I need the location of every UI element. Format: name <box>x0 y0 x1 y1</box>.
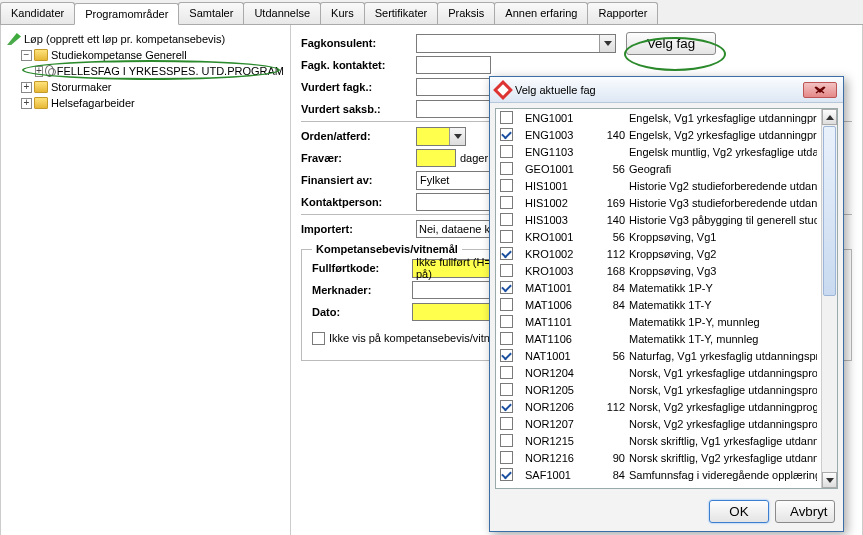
tab-praksis[interactable]: Praksis <box>437 2 495 24</box>
fag-hours: 112 <box>595 401 625 413</box>
tree-expander[interactable]: − <box>21 50 32 61</box>
tree-item[interactable]: +Storurmaker <box>7 79 284 95</box>
fag-row[interactable]: NOR121690Norsk skriftlig, Vg2 yrkesfagli… <box>496 449 821 466</box>
vurdert-fagk-input[interactable] <box>416 78 491 96</box>
tab-programområder[interactable]: Programområder <box>74 3 179 25</box>
chevron-down-icon[interactable] <box>599 35 615 52</box>
scroll-down-button[interactable] <box>822 472 837 488</box>
fag-checkbox[interactable] <box>500 247 513 260</box>
tree-item[interactable]: +FELLESFAG I YRKESSPES. UTD.PROGRAM <box>7 63 284 79</box>
fag-hours: 140 <box>595 214 625 226</box>
tree-item[interactable]: −Studiekompetanse Generell <box>7 47 284 63</box>
fag-name: Samfunnsfag i videregående opplæring <box>629 469 817 481</box>
fag-name: Norsk, Vg2 yrkesfaglige utdanningprogram <box>629 401 817 413</box>
fag-checkbox[interactable] <box>500 179 513 192</box>
fag-code: MAT1101 <box>525 316 595 328</box>
fag-checkbox[interactable] <box>500 434 513 447</box>
fag-row[interactable]: NOR1204Norsk, Vg1 yrkesfaglige utdanning… <box>496 364 821 381</box>
fag-checkbox[interactable] <box>500 264 513 277</box>
fag-checkbox[interactable] <box>500 451 513 464</box>
tree-item[interactable]: +Helsefagarbeider <box>7 95 284 111</box>
tab-kurs[interactable]: Kurs <box>320 2 365 24</box>
fag-checkbox[interactable] <box>500 349 513 362</box>
fag-row[interactable]: NOR1215Norsk skriftlig, Vg1 yrkesfaglige… <box>496 432 821 449</box>
fag-row[interactable]: HIS1001Historie Vg2 studieforberedende u… <box>496 177 821 194</box>
label-orden-atferd: Orden/atferd: <box>301 130 416 142</box>
fag-row[interactable]: ENG1003140Engelsk, Vg2 yrkesfaglige utda… <box>496 126 821 143</box>
orden-atferd-combo[interactable] <box>416 127 466 146</box>
fag-hours: 56 <box>595 350 625 362</box>
tab-bar: KandidaterProgramområderSamtalerUtdannel… <box>0 0 863 25</box>
fag-code: NOR1216 <box>525 452 595 464</box>
dialog-titlebar[interactable]: Velg aktuelle fag <box>490 77 843 103</box>
tab-samtaler[interactable]: Samtaler <box>178 2 244 24</box>
fag-checkbox[interactable] <box>500 111 513 124</box>
fagk-kontaktet-input[interactable] <box>416 56 491 74</box>
fag-list[interactable]: ENG1001Engelsk, Vg1 yrkesfaglige utdanni… <box>496 109 821 488</box>
fag-row[interactable]: MAT1101Matematikk 1P-Y, munnleg <box>496 313 821 330</box>
fag-row[interactable]: NOR1206112Norsk, Vg2 yrkesfaglige utdann… <box>496 398 821 415</box>
fag-checkbox[interactable] <box>500 315 513 328</box>
fag-checkbox[interactable] <box>500 366 513 379</box>
scroll-up-button[interactable] <box>822 109 837 125</box>
fag-checkbox[interactable] <box>500 162 513 175</box>
fag-row[interactable]: KRO1003168Kroppsøving, Vg3 <box>496 262 821 279</box>
fag-checkbox[interactable] <box>500 196 513 209</box>
tab-sertifikater[interactable]: Sertifikater <box>364 2 439 24</box>
ikke-vis-checkbox[interactable] <box>312 332 325 345</box>
vertical-scrollbar[interactable] <box>821 109 837 488</box>
scroll-thumb[interactable] <box>823 126 836 296</box>
label-fagk-kontaktet: Fagk. kontaktet: <box>301 59 416 71</box>
tab-kandidater[interactable]: Kandidater <box>0 2 75 24</box>
fag-checkbox[interactable] <box>500 298 513 311</box>
tab-annen erfaring[interactable]: Annen erfaring <box>494 2 588 24</box>
ok-button[interactable]: OK <box>709 500 769 523</box>
velg-fag-dialog: Velg aktuelle fag ENG1001Engelsk, Vg1 yr… <box>489 76 844 532</box>
tab-utdannelse[interactable]: Utdannelse <box>243 2 321 24</box>
tree-root[interactable]: Løp (opprett ett løp pr. kompetansebevis… <box>7 31 284 47</box>
fag-row[interactable]: KRO1002112Kroppsøving, Vg2 <box>496 245 821 262</box>
close-button[interactable] <box>803 82 837 98</box>
dato-input[interactable] <box>412 303 492 321</box>
fag-row[interactable]: HIS1002169Historie Vg3 studieforberedend… <box>496 194 821 211</box>
fag-row[interactable]: HIS1003140Historie Vg3 påbygging til gen… <box>496 211 821 228</box>
fag-row[interactable]: GEO100156Geografi <box>496 160 821 177</box>
fag-name: Matematikk 1T-Y <box>629 299 817 311</box>
tree-expander[interactable]: + <box>21 82 32 93</box>
vurdert-saksb-input[interactable] <box>416 100 491 118</box>
fag-hours: 56 <box>595 231 625 243</box>
fagkonsulent-combo[interactable] <box>416 34 616 53</box>
fag-checkbox[interactable] <box>500 128 513 141</box>
fag-row[interactable]: ENG1103Engelsk muntlig, Vg2 yrkesfaglige… <box>496 143 821 160</box>
fag-row[interactable]: NOR1205Norsk, Vg1 yrkesfaglige utdanning… <box>496 381 821 398</box>
fag-row[interactable]: MAT100184Matematikk 1P-Y <box>496 279 821 296</box>
fag-code: HIS1001 <box>525 180 595 192</box>
chevron-down-icon[interactable] <box>449 128 465 145</box>
fag-checkbox[interactable] <box>500 332 513 345</box>
fag-row[interactable]: NAT100156Naturfag, Vg1 yrkesfaglig utdan… <box>496 347 821 364</box>
tree-expander[interactable]: + <box>35 66 43 77</box>
fag-checkbox[interactable] <box>500 145 513 158</box>
fag-code: SAF1001 <box>525 469 595 481</box>
tab-rapporter[interactable]: Rapporter <box>587 2 658 24</box>
fag-hours: 112 <box>595 248 625 260</box>
fag-row[interactable]: SAF100184Samfunnsfag i videregående oppl… <box>496 466 821 483</box>
fag-row[interactable]: KRO100156Kroppsøving, Vg1 <box>496 228 821 245</box>
fag-checkbox[interactable] <box>500 213 513 226</box>
fag-row[interactable]: MAT1106Matematikk 1T-Y, munnleg <box>496 330 821 347</box>
fag-hours: 84 <box>595 282 625 294</box>
fag-row[interactable]: NOR1207Norsk, Vg2 yrkesfaglige utdanning… <box>496 415 821 432</box>
fag-checkbox[interactable] <box>500 468 513 481</box>
fag-checkbox[interactable] <box>500 281 513 294</box>
fag-checkbox[interactable] <box>500 417 513 430</box>
fag-checkbox[interactable] <box>500 383 513 396</box>
cancel-button[interactable]: Avbryt <box>775 500 835 523</box>
fag-checkbox[interactable] <box>500 230 513 243</box>
label-finansiert-av: Finansiert av: <box>301 174 416 186</box>
fag-row[interactable]: ENG1001Engelsk, Vg1 yrkesfaglige utdanni… <box>496 109 821 126</box>
fag-row[interactable]: MAT100684Matematikk 1T-Y <box>496 296 821 313</box>
tree-expander[interactable]: + <box>21 98 32 109</box>
fag-checkbox[interactable] <box>500 400 513 413</box>
fravaer-input[interactable] <box>416 149 456 167</box>
velg-fag-button[interactable]: Velg fag <box>626 32 716 55</box>
